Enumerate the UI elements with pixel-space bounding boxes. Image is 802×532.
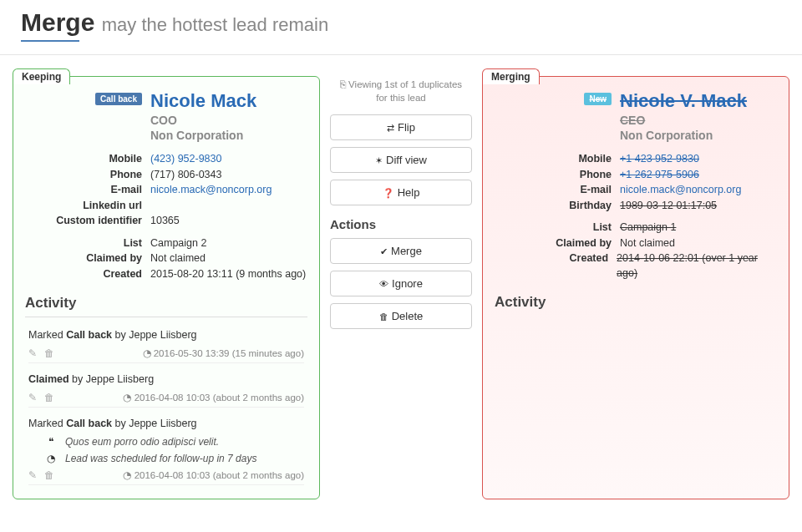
- eye-slash-icon: 👁: [379, 279, 388, 289]
- list-value: Campaign 2: [150, 236, 206, 251]
- merge-fields: Mobile +1 423 952-9830 Phone +1 262 975-…: [495, 152, 777, 281]
- act-bold: Claimed: [28, 373, 69, 385]
- field-row: List Campaign 2: [25, 236, 307, 251]
- flip-button[interactable]: ⇄Flip: [330, 114, 472, 140]
- activity-icons: ✎ 🗑: [28, 469, 59, 481]
- mobile-label: Mobile: [25, 152, 142, 167]
- created-value: 2015-08-20 13:11 (9 months ago): [150, 267, 306, 282]
- title-underline: [21, 40, 79, 42]
- trash-icon[interactable]: 🗑: [44, 393, 54, 403]
- field-row: Created 2014-10-06 22:01 (over 1 year ag…: [495, 251, 777, 281]
- page-title-subtitle: may the hottest lead remain: [102, 14, 328, 35]
- phone-value: (717) 806-0343: [150, 168, 221, 183]
- merge-lead-company: Non Corporation: [620, 129, 747, 142]
- merge-lead-header: New Nicole V. Mack CEO Non Corporation: [495, 90, 777, 142]
- keep-status-badge: Call back: [95, 93, 142, 105]
- keep-lead-role: COO: [150, 114, 256, 127]
- keep-lead-company: Non Corporation: [150, 129, 256, 142]
- claimed-label: Claimed by: [25, 251, 142, 266]
- merge-lead-info: Nicole V. Mack CEO Non Corporation: [620, 90, 747, 142]
- email-value[interactable]: nicole.mack@noncorp.org: [620, 183, 741, 198]
- merge-container: Keeping Call back Nicole Mack COO Non Co…: [0, 55, 802, 508]
- act-post: by Jeppe Liisberg: [69, 373, 154, 385]
- edit-icon[interactable]: ✎: [28, 470, 37, 480]
- activity-text: Marked Call back by Jeppe Liisberg: [28, 418, 304, 429]
- quote-icon: ❝: [45, 436, 57, 448]
- field-row: Birthday 1989-03-12 01:17:05: [495, 199, 777, 214]
- act-pre: Marked: [28, 418, 66, 429]
- clock-icon: ◔: [143, 348, 154, 358]
- mobile-label: Mobile: [495, 152, 612, 167]
- email-label: E-mail: [25, 183, 142, 198]
- diff-view-button[interactable]: ✶Diff view: [330, 147, 472, 173]
- duplicate-counter: ⎘ Viewing 1st of 1 duplicates for this l…: [330, 78, 472, 104]
- page-title-bold: Merge: [21, 8, 94, 36]
- act-post: by Jeppe Liisberg: [112, 418, 196, 429]
- created-value: 2014-10-06 22:01 (over 1 year ago): [617, 251, 777, 281]
- activity-meta: ✎ 🗑 ◔ 2016-04-08 10:03 (about 2 months a…: [28, 388, 304, 408]
- field-row: Mobile +1 423 952-9830: [495, 152, 777, 167]
- mobile-value[interactable]: +1 423 952-9830: [620, 152, 699, 167]
- clock-icon: ◔: [123, 470, 134, 480]
- field-row: Claimed by Not claimed: [25, 251, 307, 266]
- activity-sub: ◔ Lead was scheduled for follow-up in 7 …: [28, 449, 304, 466]
- activity-meta: ✎ 🗑 ◔ 2016-05-30 13:39 (15 minutes ago): [28, 344, 304, 363]
- help-icon: ❓: [383, 188, 394, 198]
- activity-item: Claimed by Jeppe Liisberg ✎ 🗑 ◔ 2016-04-…: [25, 368, 307, 413]
- edit-icon[interactable]: ✎: [28, 348, 37, 358]
- keep-fields: Mobile (423) 952-9830 Phone (717) 806-03…: [25, 152, 307, 281]
- linkedin-label: Linkedin url: [25, 199, 142, 214]
- merge-activity-title: Activity: [495, 289, 777, 316]
- field-row: Linkedin url: [25, 199, 307, 214]
- birthday-label: Birthday: [495, 199, 612, 214]
- phone-value[interactable]: +1 262 975-5906: [620, 168, 699, 183]
- act-post: by Jeppe Liisberg: [112, 329, 196, 341]
- field-row: Custom identifier 10365: [25, 214, 307, 229]
- edit-icon[interactable]: ✎: [28, 393, 37, 403]
- diff-icon: ✶: [375, 155, 383, 165]
- delete-button[interactable]: 🗑Delete: [330, 303, 472, 329]
- page-title: Merge may the hottest lead remain: [21, 8, 781, 37]
- act-bold: Call back: [66, 418, 112, 429]
- claimed-value: Not claimed: [150, 251, 206, 266]
- email-value[interactable]: nicole.mack@noncorp.org: [150, 183, 272, 198]
- field-row: E-mail nicole.mack@noncorp.org: [25, 183, 307, 198]
- ignore-button[interactable]: 👁Ignore: [330, 271, 472, 296]
- clock-icon: ◔: [45, 453, 57, 464]
- merge-button[interactable]: ✔Merge: [330, 238, 472, 264]
- merge-status-badge: New: [584, 93, 612, 105]
- field-row: List Campaign 1: [495, 220, 777, 236]
- trash-icon: 🗑: [379, 312, 388, 322]
- sub-text: Quos eum porro odio adipisci velit.: [65, 436, 219, 448]
- list-label: List: [25, 236, 142, 251]
- trash-icon[interactable]: 🗑: [44, 348, 54, 358]
- swap-icon: ⇄: [387, 123, 394, 133]
- activity-text: Marked Call back by Jeppe Liisberg: [28, 329, 304, 341]
- merge-lead-role: CEO: [620, 114, 747, 127]
- copy-icon: ⎘: [340, 79, 348, 89]
- help-button[interactable]: ❓Help: [330, 180, 472, 205]
- keep-lead-name[interactable]: Nicole Mack: [150, 90, 256, 112]
- birthday-value: 1989-03-12 01:17:05: [620, 199, 717, 214]
- keep-lead-info: Nicole Mack COO Non Corporation: [150, 90, 256, 142]
- phone-label: Phone: [25, 168, 142, 183]
- field-row: Claimed by Not claimed: [495, 236, 777, 251]
- keep-activity-title: Activity: [25, 290, 307, 317]
- merge-badge-col: New: [495, 90, 612, 105]
- activity-time: ◔ 2016-05-30 13:39 (15 minutes ago): [143, 347, 305, 359]
- trash-icon[interactable]: 🗑: [44, 470, 54, 480]
- keeping-tab: Keeping: [13, 68, 70, 84]
- activity-sub: ❝ Quos eum porro odio adipisci velit.: [28, 433, 304, 449]
- merge-lead-name[interactable]: Nicole V. Mack: [620, 90, 747, 112]
- custom-label: Custom identifier: [25, 214, 142, 229]
- sub-text: Lead was scheduled for follow-up in 7 da…: [65, 453, 256, 464]
- mobile-value[interactable]: (423) 952-9830: [150, 152, 221, 167]
- created-label: Created: [25, 267, 142, 282]
- activity-item: Marked Call back by Jeppe Liisberg ❝ Quo…: [25, 413, 307, 490]
- field-row: Mobile (423) 952-9830: [25, 152, 307, 167]
- activity-item: Marked Call back by Jeppe Liisberg ✎ 🗑 ◔…: [25, 324, 307, 368]
- act-bold: Call back: [66, 329, 112, 341]
- actions-title: Actions: [330, 217, 472, 231]
- claimed-value: Not claimed: [620, 236, 675, 251]
- activity-time: ◔ 2016-04-08 10:03 (about 2 months ago): [123, 469, 304, 481]
